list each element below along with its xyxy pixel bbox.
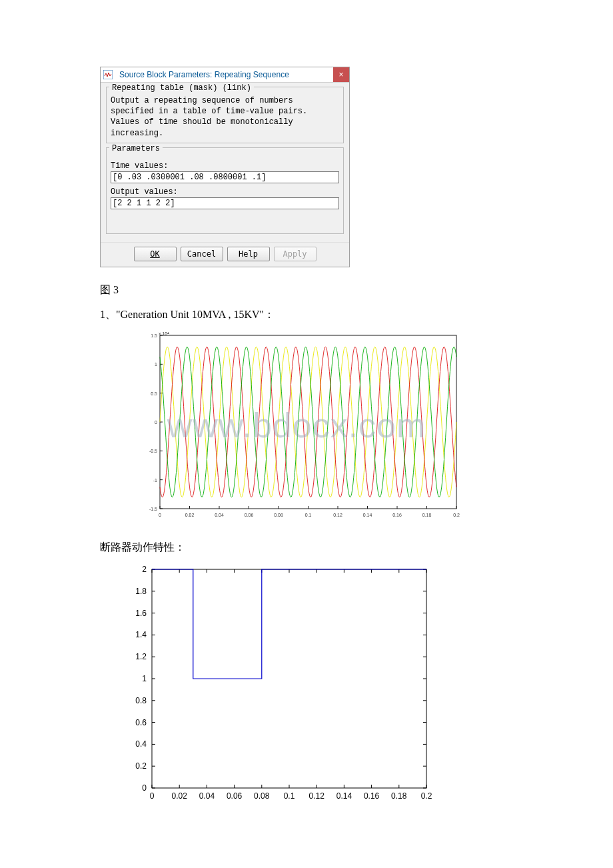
output-values-input[interactable] xyxy=(111,197,339,209)
block-parameters-dialog: Source Block Parameters: Repeating Seque… xyxy=(100,67,350,267)
mask-description: Output a repeating sequence of numbers s… xyxy=(111,95,339,139)
svg-text:x 10⁴: x 10⁴ xyxy=(159,331,169,336)
help-button[interactable]: Help xyxy=(227,247,270,261)
svg-text:2: 2 xyxy=(142,565,147,574)
dialog-titlebar: Source Block Parameters: Repeating Seque… xyxy=(101,67,349,83)
figure-caption: 图 3 xyxy=(100,283,513,297)
svg-text:-1: -1 xyxy=(153,477,157,482)
wave-chart-svg: 00.020.040.060.080.10.120.140.160.180.2-… xyxy=(133,329,460,522)
dialog-title: Source Block Parameters: Repeating Seque… xyxy=(115,67,333,82)
breaker-chart: 00.020.040.060.080.10.120.140.160.180.20… xyxy=(120,561,433,804)
svg-text:0.14: 0.14 xyxy=(363,513,372,517)
svg-text:0.04: 0.04 xyxy=(215,513,224,517)
generation-chart: 00.020.040.060.080.10.120.140.160.180.2-… xyxy=(133,329,460,522)
svg-text:0.12: 0.12 xyxy=(333,513,342,517)
svg-text:0.2: 0.2 xyxy=(421,791,432,801)
svg-text:0.4: 0.4 xyxy=(135,739,147,749)
svg-text:0.2: 0.2 xyxy=(135,761,147,771)
svg-text:0: 0 xyxy=(150,791,155,801)
close-icon[interactable]: × xyxy=(333,67,349,82)
svg-text:1: 1 xyxy=(155,362,157,367)
section-2-title: 断路器动作特性： xyxy=(100,541,513,555)
parameters-fieldset: Parameters Time values: Output values: xyxy=(106,147,344,234)
svg-text:0.14: 0.14 xyxy=(336,791,352,801)
svg-text:-1.5: -1.5 xyxy=(149,507,157,511)
svg-text:0.5: 0.5 xyxy=(151,391,157,395)
cancel-button[interactable]: Cancel xyxy=(181,247,223,261)
svg-text:0.16: 0.16 xyxy=(364,791,380,801)
mask-fieldset: Repeating table (mask) (link) Output a r… xyxy=(106,87,344,143)
svg-text:0.8: 0.8 xyxy=(135,696,147,705)
svg-text:1.4: 1.4 xyxy=(135,630,147,639)
dialog-button-row: OK Cancel Help Apply xyxy=(101,242,349,267)
svg-text:1.5: 1.5 xyxy=(151,333,157,338)
svg-text:0.04: 0.04 xyxy=(199,791,215,801)
section-1-title: 1、"Generation Unit 10MVA , 15KV"： xyxy=(100,308,513,322)
mask-legend: Repeating table (mask) (link) xyxy=(109,83,254,93)
svg-text:0.08: 0.08 xyxy=(254,791,270,801)
svg-text:0.6: 0.6 xyxy=(135,717,147,727)
svg-text:0.02: 0.02 xyxy=(172,791,188,801)
time-values-label: Time values: xyxy=(111,161,339,171)
svg-text:0.02: 0.02 xyxy=(185,513,195,517)
dialog-icon xyxy=(101,67,115,82)
svg-text:0.08: 0.08 xyxy=(274,513,283,517)
svg-text:1.2: 1.2 xyxy=(135,652,147,661)
parameters-legend: Parameters xyxy=(109,144,163,153)
svg-text:0.1: 0.1 xyxy=(284,791,295,801)
svg-text:0.18: 0.18 xyxy=(422,513,432,517)
breaker-chart-svg: 00.020.040.060.080.10.120.140.160.180.20… xyxy=(120,561,433,801)
svg-text:0.1: 0.1 xyxy=(305,513,312,517)
ok-button[interactable]: OK xyxy=(134,247,177,261)
output-values-label: Output values: xyxy=(111,187,339,197)
svg-text:1.6: 1.6 xyxy=(135,608,147,617)
svg-text:0.16: 0.16 xyxy=(392,513,402,517)
apply-button: Apply xyxy=(274,247,316,261)
svg-text:-0.5: -0.5 xyxy=(149,449,157,453)
svg-text:0.06: 0.06 xyxy=(227,791,243,801)
svg-text:0: 0 xyxy=(159,513,161,517)
time-values-input[interactable] xyxy=(111,171,339,183)
svg-text:0: 0 xyxy=(142,783,147,793)
svg-text:0.12: 0.12 xyxy=(309,791,325,801)
svg-text:0.06: 0.06 xyxy=(245,513,254,517)
svg-text:1.8: 1.8 xyxy=(135,587,147,596)
svg-text:0.2: 0.2 xyxy=(453,513,460,517)
svg-text:0.18: 0.18 xyxy=(391,791,407,801)
svg-text:0: 0 xyxy=(155,420,157,425)
svg-text:1: 1 xyxy=(142,674,147,683)
